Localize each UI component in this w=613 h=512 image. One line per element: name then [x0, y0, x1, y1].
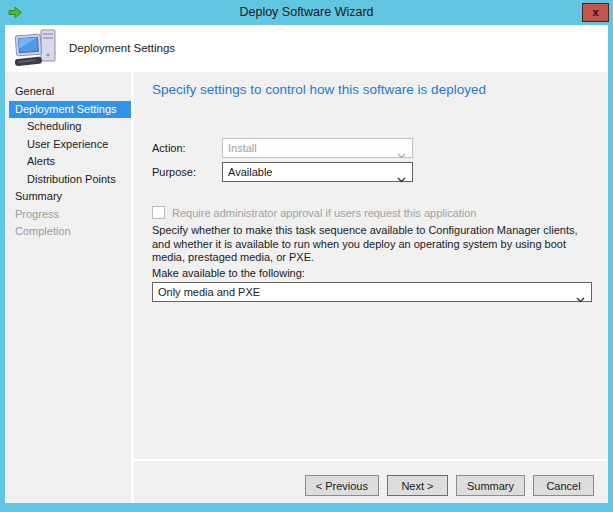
sidebar-item-deployment-settings[interactable]: Deployment Settings [9, 101, 131, 119]
sidebar-item-scheduling[interactable]: Scheduling [5, 118, 131, 136]
wizard-client-area: Deployment Settings General Deployment S… [5, 25, 608, 503]
previous-button[interactable]: < Previous [305, 475, 379, 496]
purpose-label: Purpose: [152, 166, 196, 178]
next-button[interactable]: Next > [387, 475, 448, 496]
wizard-content: Specify settings to control how this sof… [134, 72, 608, 503]
sidebar-item-distribution-points[interactable]: Distribution Points [5, 171, 131, 189]
summary-button[interactable]: Summary [456, 475, 525, 496]
approval-checkbox [152, 206, 165, 219]
make-available-value: Only media and PXE [158, 286, 260, 298]
purpose-dropdown[interactable]: Available [222, 162, 413, 182]
action-dropdown: Install [222, 138, 413, 158]
sidebar-item-completion: Completion [5, 223, 131, 241]
computer-icon [14, 28, 60, 69]
approval-checkbox-label: Require administrator approval if users … [172, 207, 477, 219]
action-label: Action: [152, 142, 186, 154]
deployment-description-text: Specify whether to make this task sequen… [152, 224, 594, 265]
wizard-page-title: Deployment Settings [69, 25, 175, 72]
make-available-dropdown[interactable]: Only media and PXE [152, 282, 592, 302]
titlebar[interactable]: Deploy Software Wizard x [0, 0, 613, 25]
chevron-down-icon [397, 170, 406, 188]
action-value: Install [228, 142, 257, 154]
window-title: Deploy Software Wizard [0, 0, 613, 25]
sidebar-item-general[interactable]: General [5, 83, 131, 101]
purpose-value: Available [228, 166, 272, 178]
sidebar-item-progress: Progress [5, 206, 131, 224]
chevron-down-icon [576, 290, 585, 308]
wizard-header: Deployment Settings [5, 25, 608, 72]
footer-button-bar: < Previous Next > Summary Cancel [134, 475, 608, 496]
wizard-body: General Deployment Settings Scheduling U… [5, 72, 608, 503]
cancel-button[interactable]: Cancel [533, 475, 594, 496]
footer-separator [134, 459, 608, 461]
deploy-software-wizard-window: Deploy Software Wizard x [0, 0, 613, 512]
page-heading: Specify settings to control how this sof… [152, 82, 486, 97]
sidebar-item-alerts[interactable]: Alerts [5, 153, 131, 171]
wizard-nav-sidebar: General Deployment Settings Scheduling U… [5, 72, 131, 503]
sidebar-item-summary[interactable]: Summary [5, 188, 131, 206]
sidebar-item-user-experience[interactable]: User Experience [5, 136, 131, 154]
make-available-label: Make available to the following: [152, 267, 305, 279]
close-icon[interactable]: x [582, 3, 609, 22]
